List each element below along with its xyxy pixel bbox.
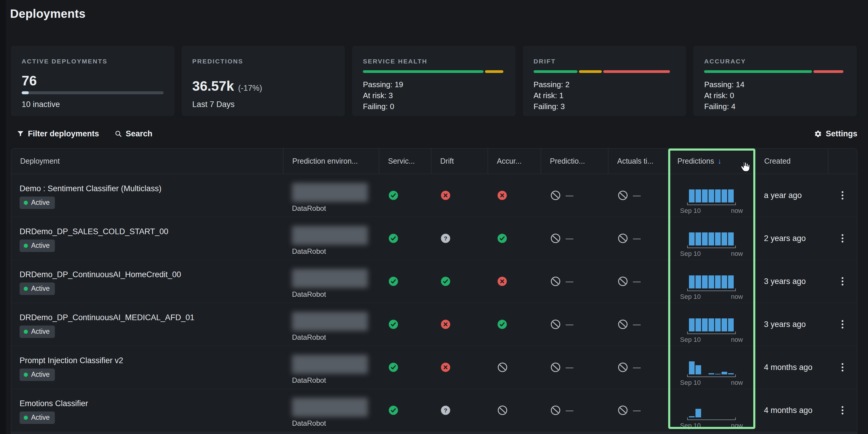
sparkline-bar xyxy=(715,318,721,332)
sparkline-start-label: Sep 10 xyxy=(680,293,701,301)
created-cell: 3 years ago xyxy=(755,303,828,346)
actions-cell xyxy=(828,260,857,303)
service-health-passing: Passing: 19 xyxy=(363,79,403,90)
active-status-dot xyxy=(24,373,28,377)
kebab-dot xyxy=(842,198,843,199)
active-status-dot xyxy=(24,244,28,248)
kebab-menu-button[interactable] xyxy=(839,317,846,332)
table-row[interactable]: Demo : Sentiment Classifier (Multiclass)… xyxy=(11,174,857,217)
table-row[interactable]: Emotions ClassifierActiveDataRobot?——Sep… xyxy=(11,389,857,432)
table-row[interactable]: DRDemo_DP_ContinuousAI_HomeCredit_00Acti… xyxy=(11,260,857,303)
actions-cell xyxy=(828,389,857,432)
column-header-deployment[interactable]: Deployment xyxy=(11,149,283,174)
actions-cell xyxy=(828,174,857,217)
deployment-name[interactable]: DRDemo_DP_ContinuousAI_MEDICAL_AFD_01 xyxy=(20,313,194,322)
filter-deployments-button[interactable]: Filter deployments xyxy=(17,129,99,138)
sparkline-bars xyxy=(687,189,736,203)
empty-value-dash: — xyxy=(633,320,641,329)
kebab-menu-button[interactable] xyxy=(839,403,846,417)
health-bar-segment xyxy=(603,70,670,73)
sparkline-bar xyxy=(702,275,708,288)
kebab-menu-button[interactable] xyxy=(839,274,846,288)
sparkline-bar xyxy=(721,372,727,374)
drift-cell: ? xyxy=(431,389,488,432)
status-disabled-icon xyxy=(550,362,561,373)
deployment-name[interactable]: Emotions Classifier xyxy=(20,399,88,408)
search-icon xyxy=(115,130,122,137)
deployment-name[interactable]: Demo : Sentiment Classifier (Multiclass) xyxy=(20,184,161,193)
predictions-sparkline: Sep 10now xyxy=(687,404,736,430)
actions-cell xyxy=(828,346,857,389)
sparkline-axis-bracket xyxy=(687,332,736,334)
status-passing-icon xyxy=(497,233,507,243)
status-disabled-icon xyxy=(550,190,561,201)
kebab-dot xyxy=(842,277,843,279)
column-header-actuals-timeliness[interactable]: Actuals ti... xyxy=(608,149,668,174)
deployment-name[interactable]: DRDemo_DP_ContinuousAI_HomeCredit_00 xyxy=(20,270,181,279)
status-passing-icon xyxy=(440,276,451,286)
sparkline-bar xyxy=(695,365,701,374)
service-health-failing: Failing: 0 xyxy=(363,101,403,112)
kebab-dot xyxy=(842,363,843,365)
settings-button[interactable]: Settings xyxy=(814,129,857,138)
sparkline-axis-labels: Sep 10now xyxy=(680,207,743,215)
summary-cards: ACTIVE DEPLOYMENTS 76 10 inactive PREDIC… xyxy=(11,46,857,116)
sparkline-axis-bracket xyxy=(687,245,736,248)
table-row[interactable]: Prompt Injection Classifier v2ActiveData… xyxy=(11,346,857,389)
actuals-timeliness-cell: — xyxy=(608,260,668,303)
sparkline-start-label: Sep 10 xyxy=(680,379,701,386)
status-disabled-icon xyxy=(618,190,628,201)
kebab-menu-button[interactable] xyxy=(839,231,846,245)
column-header-created[interactable]: Created xyxy=(755,149,828,174)
created-cell: 4 months ago xyxy=(755,389,828,432)
deployment-name[interactable]: Prompt Injection Classifier v2 xyxy=(20,356,123,365)
sparkline-bar xyxy=(709,318,714,332)
prediction-environment-cell: DataRobot xyxy=(283,303,379,346)
sparkline-bar xyxy=(709,373,714,374)
predictions-sparkline-cell: Sep 10now xyxy=(668,260,755,303)
sparkline-bar xyxy=(689,232,694,245)
empty-value-dash: — xyxy=(633,191,641,200)
accuracy-cell xyxy=(488,303,541,346)
funnel-icon xyxy=(17,130,24,137)
inactive-count: 10 inactive xyxy=(22,100,60,109)
table-row[interactable]: DRDemo_DP_ContinuousAI_MEDICAL_AFD_01Act… xyxy=(11,303,857,346)
status-disabled-icon xyxy=(618,362,628,373)
sparkline-start-label: Sep 10 xyxy=(680,250,701,258)
column-header-service-health[interactable]: Servic... xyxy=(379,149,431,174)
deployment-name[interactable]: DRDemo_DP_SALES_COLD_START_00 xyxy=(20,227,168,236)
kebab-dot xyxy=(842,409,843,411)
kebab-menu-button[interactable] xyxy=(839,360,846,374)
sparkline-axis-labels: Sep 10now xyxy=(680,336,743,344)
predictions-delta: (-17%) xyxy=(238,84,262,93)
deployment-cell: DRDemo_DP_SALES_COLD_START_00Active xyxy=(11,217,283,260)
service-health-at-risk: At risk: 3 xyxy=(363,90,403,101)
table-header-row: Deployment Prediction environ... Servic.… xyxy=(11,149,857,174)
sparkline-axis-labels: Sep 10now xyxy=(680,422,743,430)
prediction-environment-cell: DataRobot xyxy=(283,389,379,432)
settings-label: Settings xyxy=(826,129,857,138)
drift-bar xyxy=(534,70,676,73)
sparkline-bar xyxy=(728,318,734,332)
active-status-dot xyxy=(24,415,28,420)
active-status-dot xyxy=(24,330,28,334)
column-header-accuracy[interactable]: Accur... xyxy=(488,149,541,174)
empty-value-dash: — xyxy=(566,363,573,372)
column-header-drift[interactable]: Drift xyxy=(431,149,488,174)
column-header-prediction-environment[interactable]: Prediction environ... xyxy=(283,149,379,174)
kebab-menu-button[interactable] xyxy=(839,188,846,203)
column-header-predictions[interactable]: Predictions ↓ xyxy=(668,149,755,174)
status-badge: Active xyxy=(20,240,55,252)
sparkline-bar xyxy=(695,189,701,203)
table-row[interactable]: DRDemo_DP_SALES_COLD_START_00ActiveDataR… xyxy=(11,217,857,260)
sparkline-start-label: Sep 10 xyxy=(680,336,701,344)
search-button[interactable]: Search xyxy=(115,129,152,138)
sparkline-bars xyxy=(687,318,736,332)
active-status-dot xyxy=(24,287,28,291)
sparkline-bar xyxy=(728,373,734,374)
column-header-prediction-health[interactable]: Predictio... xyxy=(541,149,608,174)
sparkline-end-label: now xyxy=(731,379,743,386)
status-badge: Active xyxy=(20,326,55,338)
sort-desc-arrow-icon[interactable]: ↓ xyxy=(718,157,721,166)
sparkline-bars xyxy=(687,232,736,245)
